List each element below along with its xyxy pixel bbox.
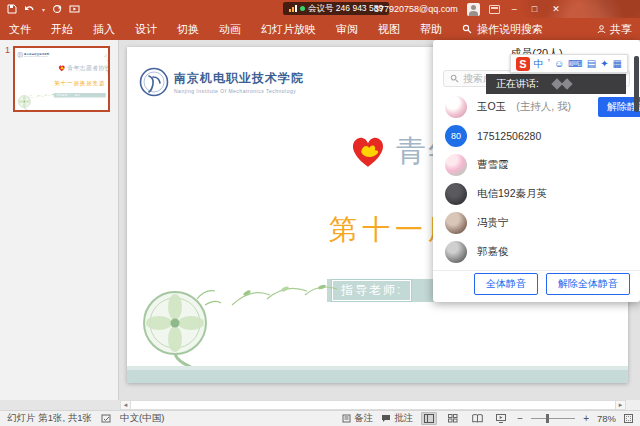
slideshow-view-button[interactable]	[493, 412, 509, 425]
scroll-left-icon[interactable]: ◂	[120, 400, 131, 410]
person-icon	[597, 25, 606, 34]
member-avatar	[445, 183, 467, 205]
fit-slide-icon[interactable]	[624, 414, 633, 423]
school-name-en: Nanjing Institute Of Mechatronics Techno…	[174, 88, 304, 94]
member-name: 郭嘉俊	[477, 245, 509, 259]
member-name: 曹雪霞	[477, 158, 509, 172]
slide-number: 1	[5, 45, 10, 55]
notes-icon	[342, 414, 351, 423]
unmute-all-button[interactable]: 解除全体静音	[546, 273, 630, 295]
save-icon[interactable]	[7, 4, 17, 14]
close-button[interactable]: ✕	[549, 0, 563, 18]
notes-toggle[interactable]: 备注	[342, 412, 373, 425]
ribbon-display-options-icon[interactable]	[489, 5, 500, 14]
slide-count-label: 幻灯片 第1张, 共1张	[7, 412, 92, 425]
tab-file[interactable]: 文件	[0, 18, 41, 40]
slide-title-row: 青年志愿者协会	[58, 64, 110, 72]
reading-view-button[interactable]	[469, 412, 485, 425]
tell-me-search[interactable]: 操作说明搜索	[462, 22, 543, 37]
member-row[interactable]: 电信192秦月英	[433, 179, 640, 208]
slide-canvas[interactable]: 南京机电职业技术学院 Nanjing Institute Of Mechatro…	[15, 48, 110, 112]
comments-toggle[interactable]: 批注	[381, 412, 413, 425]
tell-me-label: 操作说明搜索	[477, 22, 543, 37]
member-list-scrollbar[interactable]	[634, 56, 639, 112]
minimize-button[interactable]: –	[509, 0, 520, 18]
member-row[interactable]: 郭嘉俊	[433, 237, 640, 266]
advisor-label: 指导老师:	[55, 93, 70, 97]
tab-home[interactable]: 开始	[41, 18, 83, 40]
volunteer-heart-icon	[58, 65, 65, 72]
quick-access-toolbar: ▾	[7, 4, 80, 14]
ime-lang-icon[interactable]: 中	[534, 59, 544, 69]
undo-icon[interactable]	[24, 5, 35, 14]
member-row[interactable]: 冯贵宁	[433, 208, 640, 237]
zoom-slider[interactable]	[531, 418, 575, 419]
ime-handwrite-icon[interactable]: ▤	[587, 59, 596, 69]
meeting-members-panel: 成员(20人) S 中 ’ ☺ ⌨ ▤ ✦ ▦ 正在讲话: 玉O玉 (主持人, …	[433, 40, 640, 302]
meeting-id-label: 会议号 246 943 589	[308, 3, 383, 15]
ime-skin-icon[interactable]: ✦	[600, 59, 608, 69]
redo-icon[interactable]	[52, 4, 62, 14]
ime-toolbox-icon[interactable]: ▦	[613, 59, 622, 69]
scrollbar-track[interactable]	[131, 400, 615, 410]
normal-view-button[interactable]	[421, 412, 437, 425]
spellcheck-icon[interactable]	[101, 414, 111, 424]
ime-s-logo[interactable]: S	[516, 57, 530, 71]
status-left: 幻灯片 第1张, 共1张 中文(中国)	[7, 412, 164, 425]
member-row[interactable]: 玉O玉 (主持人, 我) 解除静音	[433, 92, 640, 121]
zoom-out-button[interactable]: −	[517, 413, 523, 424]
slide-sorter-icon	[448, 414, 458, 423]
panel-divider	[433, 270, 640, 271]
slide-sorter-view-button[interactable]	[445, 412, 461, 425]
status-bar: 幻灯片 第1张, 共1张 中文(中国) 备注 批注 − + 78%	[0, 410, 640, 426]
advisor-label: 指导老师:	[332, 280, 411, 301]
comments-label: 批注	[394, 412, 413, 425]
scroll-right-icon[interactable]: ▸	[615, 400, 626, 410]
school-name-block: 南京机电职业技术学院 Nanjing Institute Of Mechatro…	[24, 52, 49, 57]
member-avatar: 80	[445, 125, 467, 147]
tab-insert[interactable]: 插入	[83, 18, 125, 40]
member-role-suffix: (主持人, 我)	[516, 100, 571, 114]
maximize-button[interactable]: □	[529, 0, 540, 18]
signal-icon	[289, 5, 297, 12]
ime-emoji-icon[interactable]: ☺	[554, 59, 564, 69]
member-row[interactable]: 80 17512506280	[433, 121, 640, 150]
tab-slideshow[interactable]: 幻灯片放映	[251, 18, 326, 40]
tab-transitions[interactable]: 切换	[167, 18, 209, 40]
tab-animations[interactable]: 动画	[209, 18, 251, 40]
ime-toolbar[interactable]: S 中 ’ ☺ ⌨ ▤ ✦ ▦	[510, 54, 628, 73]
tab-review[interactable]: 审阅	[326, 18, 368, 40]
share-button[interactable]: 共享	[597, 18, 632, 40]
member-avatar	[445, 96, 467, 118]
zoom-in-button[interactable]: +	[583, 413, 589, 424]
tab-design[interactable]: 设计	[125, 18, 167, 40]
share-label: 共享	[610, 22, 632, 37]
member-row[interactable]: 曹雪霞	[433, 150, 640, 179]
mute-all-button[interactable]: 全体静音	[474, 273, 538, 295]
zoom-level-label[interactable]: 78%	[597, 413, 616, 424]
account-email[interactable]: 377920758@qq.com	[374, 4, 458, 14]
ime-keyboard-icon[interactable]: ⌨	[568, 59, 582, 69]
school-emblem-icon	[139, 67, 169, 97]
zoom-slider-thumb[interactable]	[546, 414, 549, 423]
vine-illustration	[103, 53, 110, 76]
tab-help[interactable]: 帮助	[410, 18, 452, 40]
slide-footer-band	[127, 370, 628, 383]
search-icon	[462, 24, 472, 34]
start-slideshow-icon[interactable]	[69, 5, 80, 14]
horizontal-scrollbar: ◂ ▸	[120, 400, 640, 410]
workspace: 1 南京机电职业技术学院 Nanjing Institute Of Mechat…	[0, 40, 640, 400]
panel-footer: 全体静音 解除全体静音	[474, 273, 630, 295]
slide-thumbnail[interactable]: 南京机电职业技术学院 Nanjing Institute Of Mechatro…	[13, 46, 110, 112]
ribbon-tab-bar: 文件 开始 插入 设计 切换 动画 幻灯片放映 审阅 视图 帮助 操作说明搜索 …	[0, 18, 640, 40]
member-list: 玉O玉 (主持人, 我) 解除静音 80 17512506280 曹雪霞 电信1…	[433, 92, 640, 266]
account-avatar[interactable]	[467, 3, 480, 16]
member-avatar	[445, 212, 467, 234]
language-label[interactable]: 中文(中国)	[120, 412, 164, 425]
status-right: 备注 批注 − + 78%	[342, 412, 633, 425]
undo-dropdown-icon[interactable]: ▾	[42, 6, 45, 13]
tab-view[interactable]: 视图	[368, 18, 410, 40]
ime-punct-icon[interactable]: ’	[548, 59, 550, 69]
volunteer-heart-icon	[349, 135, 387, 169]
titlebar-right: 377920758@qq.com – □ ✕	[374, 0, 563, 18]
